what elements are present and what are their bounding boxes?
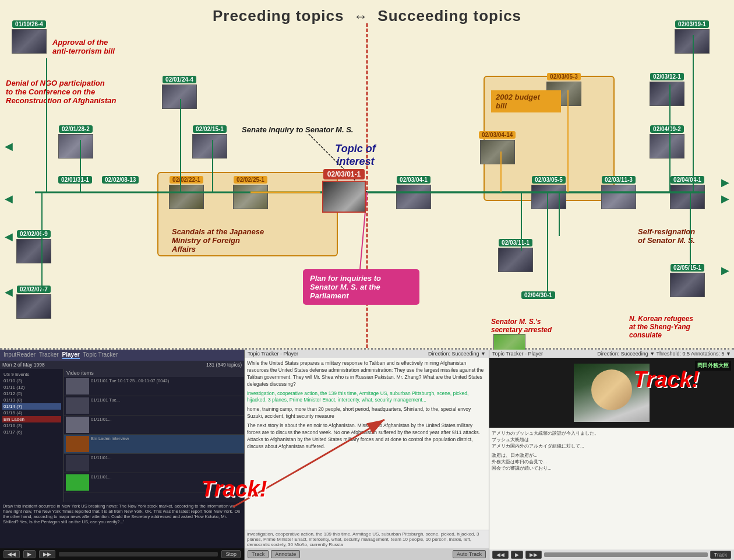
node-01-10-26-4[interactable]: 01/10/26-4 xyxy=(12,20,47,54)
left-arrow-indicator: ◀ xyxy=(5,192,13,205)
tree-item-8[interactable]: 01/17 (6) xyxy=(2,429,61,435)
tab-topictracker[interactable]: Topic Tracker xyxy=(83,351,118,359)
direction-dropdown[interactable]: Direction: Succeeding ▼ xyxy=(428,351,486,357)
right-progress[interactable] xyxy=(544,552,708,557)
node-02-03-01-1-center[interactable]: 02/03/01-1 xyxy=(322,169,366,213)
video-item-1[interactable]: 01/11/01 Tue 10:17:25...00:11:07 (0042) xyxy=(64,377,244,396)
middle-title: Topic Tracker - Player xyxy=(248,351,298,357)
annotate-button[interactable]: Annotate xyxy=(271,550,300,558)
left-player-window: InputReader Tracker Player Topic Tracker… xyxy=(0,350,245,560)
tree-item-1[interactable]: 01/10 (3) xyxy=(2,378,61,384)
left-arrow-indicator2: ◀ xyxy=(5,140,13,153)
left-window-header: InputReader Tracker Player Topic Tracker xyxy=(0,350,244,361)
right-text-extra3: 国会での審議が続いており... xyxy=(492,465,732,471)
scandals-label: Scandals at the Japanese Ministry of For… xyxy=(172,227,265,253)
right-title: Topic Tracker - Player xyxy=(492,351,543,357)
header-title: Preceding topics ↔ Succeeding topics xyxy=(0,0,734,25)
video-meta-5: 01/11/01... xyxy=(91,455,111,471)
video-item-2[interactable]: 01/11/01 Tue... xyxy=(64,396,244,415)
tab-inputreader[interactable]: InputReader xyxy=(3,351,36,359)
self-resign-label: Self-resignation of Senator M. S. xyxy=(638,227,725,245)
node-02-01-28-2[interactable]: 02/01/28-2 xyxy=(58,125,93,159)
middle-player-window: Topic Tracker - Player Direction: Succee… xyxy=(245,350,489,560)
denial-label: Denial of NGO participation to the Confe… xyxy=(6,79,128,105)
bottom-panel: InputReader Tracker Player Topic Tracker… xyxy=(0,350,734,560)
node-02-03-19-1[interactable]: 02/03/19-1 xyxy=(675,20,710,54)
tab-player[interactable]: Player xyxy=(62,351,80,359)
right-track[interactable]: Track xyxy=(710,551,731,559)
right-controls: ◀◀ ▶ ▶▶ Track xyxy=(489,550,734,560)
node-02-01-24-4[interactable]: 02/01/24-4 xyxy=(162,76,197,109)
node-02-02-15-1[interactable]: 02/02/15-1 xyxy=(192,125,227,159)
play-button[interactable]: ▶ xyxy=(23,550,36,558)
node-02-04-09-2[interactable]: 02/04/09-2 xyxy=(650,125,684,159)
node-02-02-07-7[interactable]: 02/02/07-7 xyxy=(16,286,51,319)
middle-controls: Track Annotate Auto Track xyxy=(245,548,489,560)
video-thumb-6 xyxy=(66,474,89,491)
transcript-area: Draw this incident occurred in New York … xyxy=(0,502,244,548)
right-play[interactable]: ▶ xyxy=(511,551,523,559)
node-02-01-31-1[interactable]: 02/01/31-1 xyxy=(58,176,92,184)
node-02-03-04-14[interactable]: 02/03/04-14 xyxy=(479,131,516,164)
track-button[interactable]: Track xyxy=(248,550,269,558)
tree-item-5-selected[interactable]: 01/14 (7) xyxy=(2,403,61,410)
node-02-04-30-1[interactable]: 02/04/30-1 xyxy=(521,291,555,299)
video-thumb-binladen xyxy=(66,436,89,452)
track-label-left: Track! xyxy=(201,477,267,502)
progress-bar[interactable] xyxy=(59,552,218,557)
tab-tracker[interactable]: Tracker xyxy=(39,351,59,359)
middle-header: Topic Tracker - Player Direction: Succee… xyxy=(245,350,489,358)
video-thumb-2 xyxy=(66,397,89,414)
stop-button[interactable]: Stop xyxy=(221,550,241,558)
node-02-03-12-1[interactable]: 02/03/12-1 xyxy=(650,73,684,106)
right-arrow-indicator: ▶ xyxy=(721,192,729,205)
video-meta-3: 01/11/01... xyxy=(91,417,111,433)
right-text-2: ブッシュ大統領は xyxy=(492,436,732,443)
video-meta-6: 01/11/01... xyxy=(91,474,111,491)
node-02-03-04-1[interactable]: 02/03/04-1 xyxy=(396,176,431,209)
keyword-bar: investigation, cooperative action, the 1… xyxy=(245,530,489,548)
left-arrow-indicator3: ◀ xyxy=(5,230,13,243)
video-item-3[interactable]: 01/11/01... xyxy=(64,415,244,435)
nkorean-label: N. Korean refugees at the Sheng-Yang con… xyxy=(629,315,722,339)
tree-item-2[interactable]: 01/11 (12) xyxy=(2,384,61,390)
right-text-area: アメリカのブッシュ大統領の談話が今入りました。 ブッシュ大統領は アメリカ国内外… xyxy=(489,428,734,550)
tree-item-6[interactable]: 01/15 (4) xyxy=(2,410,61,416)
right-header-info[interactable]: Direction: Succeeding ▼ Threshold: 0.5 A… xyxy=(597,351,731,357)
video-meta-2: 01/11/01 Tue... xyxy=(91,397,120,414)
tree-item-binladen[interactable]: Bin Laden xyxy=(2,416,61,422)
approval-label: Approval of the anti-terrorism bill xyxy=(52,38,140,55)
video-meta-4: Bin Laden interview xyxy=(91,436,129,452)
senate-inquiry-label: Senate inquiry to Senator M. S. xyxy=(242,125,353,134)
tree-item-4[interactable]: 01/13 (8) xyxy=(2,397,61,403)
middle-content: While the United States prepares a milit… xyxy=(245,358,489,530)
node-02-03-11-1[interactable]: 02/03/11-1 xyxy=(498,239,533,272)
node-02-02-25-1[interactable]: 02/02/25-1 xyxy=(233,176,268,209)
video-meta-1: 01/11/01 Tue 10:17:25...00:11:07 (0042) xyxy=(91,378,169,395)
sidebar-tree: US 9 Events 01/10 (3) 01/11 (12) 01/12 (… xyxy=(0,369,64,502)
rewind-button[interactable]: ◀◀ xyxy=(3,550,20,558)
topic-interest-box: Topic of interest xyxy=(317,143,393,168)
node-02-03-11-3[interactable]: 02/03/11-3 xyxy=(601,176,636,209)
middle-text-2: home, training camp, more than 20 people… xyxy=(247,406,486,420)
video-item-5[interactable]: 01/11/01... xyxy=(64,454,244,473)
tree-item-7[interactable]: 01/16 (3) xyxy=(2,422,61,429)
tree-item-us-events[interactable]: US 9 Events xyxy=(2,371,61,378)
node-02-02-22-1[interactable]: 02/02/22-1 xyxy=(169,176,204,209)
auto-track-button[interactable]: Auto Track xyxy=(453,550,486,558)
tree-item-3[interactable]: 01/12 (5) xyxy=(2,390,61,397)
video-list-header: Video items xyxy=(64,369,244,377)
node-02-04-04-1[interactable]: 02/04/04-1 xyxy=(670,176,705,209)
node-02-02-06-9[interactable]: 02/02/06-9 xyxy=(16,230,51,263)
node-02-05-15-1[interactable]: 02/05/15-1 xyxy=(670,264,705,297)
right-text-1: アメリカのブッシュ大統領の談話が今入りました。 xyxy=(492,430,732,436)
node-02-03-05-5[interactable]: 02/03/05-5 xyxy=(531,176,566,209)
plan-inquiries-box: Plan for inquiries to Senator M. S. at t… xyxy=(303,269,419,305)
fastforward-button[interactable]: ▶▶ xyxy=(39,550,55,558)
right-rewind[interactable]: ◀◀ xyxy=(492,551,509,559)
preceding-label: Preceding topics xyxy=(213,7,344,24)
video-thumb-1 xyxy=(66,378,89,395)
video-item-4-selected[interactable]: Bin Laden interview xyxy=(64,435,244,454)
right-ff[interactable]: ▶▶ xyxy=(525,551,542,559)
node-02-02-08-13[interactable]: 02/02/08-13 xyxy=(102,176,139,184)
